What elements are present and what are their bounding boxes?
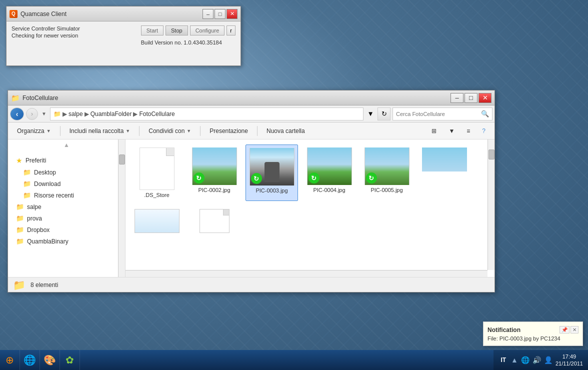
folder-icon: 📁 (23, 180, 31, 188)
search-icon[interactable]: 🔍 (481, 110, 489, 118)
quamcase-status-area: Service Controller Simulator Checking fo… (6, 22, 136, 66)
view-toggle-button[interactable]: ▼ (444, 126, 460, 136)
quamcase-close-button[interactable]: ✕ (226, 9, 238, 19)
taskbar-icon-3[interactable]: 🎨 (40, 350, 60, 370)
refresh-icon: ↻ (194, 172, 204, 184)
notification-title: Notification (488, 326, 520, 334)
forward-button[interactable]: › (26, 108, 38, 120)
system-clock[interactable]: 17:49 21/11/2011 (556, 353, 583, 368)
breadcrumb-quambla[interactable]: QuamblaFolder (90, 110, 132, 118)
explorer-window-controls: – □ ✕ (450, 93, 492, 103)
explorer-minimize-button[interactable]: – (450, 93, 464, 103)
refresh-button[interactable]: ↻ (378, 108, 390, 120)
list-item[interactable]: ↻ PIC-0003.jpg (246, 144, 298, 201)
notification-close-button[interactable]: ✕ (570, 326, 578, 334)
clock-date: 21/11/2011 (556, 360, 583, 367)
view-options-button[interactable]: ⊞ (426, 126, 442, 136)
stop-button[interactable]: Stop (166, 26, 188, 36)
start-button[interactable]: Start (141, 26, 164, 36)
quamcase-maximize-button[interactable]: □ (214, 9, 226, 19)
taskbar-icon-4[interactable]: ✿ (60, 350, 80, 370)
files-scrollbar-h[interactable] (126, 270, 488, 277)
breadcrumb-salpe[interactable]: salpe (68, 110, 83, 118)
sidebar-item-download[interactable]: 📁 Download (13, 178, 118, 190)
toolbar-sep-2 (139, 126, 140, 136)
notification-header: Notification 📌 ✕ (488, 326, 578, 334)
sidebar-label-dropbox: Dropbox (27, 226, 50, 234)
sidebar-item-dropbox[interactable]: 📁 Dropbox (13, 224, 118, 236)
sidebar-item-prova[interactable]: 📁 prova (13, 212, 118, 224)
file-thumb-pic0003: ↻ (250, 148, 294, 186)
network-icon[interactable]: 🌐 (521, 356, 530, 364)
clock-time: 17:49 (562, 353, 576, 360)
taskbar-system-tray: IT ▲ 🌐 🔊 👤 17:49 21/11/2011 (494, 350, 588, 370)
quamcase-status-line2: Checking for newer version (12, 32, 131, 38)
file-thumb-partial2 (134, 209, 180, 233)
list-item[interactable] (188, 206, 240, 236)
sidebar-inner: ★ Preferiti 📁 Desktop 📁 Download 📁 Risor… (8, 150, 118, 247)
file-label: PIC-0002.jpg (198, 187, 230, 193)
list-item[interactable]: ↻ PIC-0002.jpg (188, 144, 240, 201)
sidebar-label-desktop: Desktop (34, 169, 56, 176)
refresh-icon: ↻ (251, 173, 262, 184)
sidebar: ▲ ★ Preferiti 📁 Desktop 📁 Download 📁 Ris… (8, 140, 126, 277)
notification-controls: 📌 ✕ (560, 326, 578, 334)
files-scrollbar-v[interactable] (488, 140, 494, 270)
search-input[interactable] (396, 111, 481, 117)
nuova-cartella-button[interactable]: Nuova cartella (262, 126, 310, 136)
sidebar-item-quamblabinary[interactable]: 📁 QuamblaBinary (13, 236, 118, 247)
sidebar-scroll-thumb[interactable] (119, 154, 125, 164)
file-thumb-generic2 (200, 209, 230, 233)
r-button[interactable]: r (226, 26, 236, 36)
explorer-toolbar: Organizza ▼ Includi nella raccolta ▼ Con… (8, 122, 494, 140)
folder-icon: 📁 (16, 214, 24, 222)
includi-button[interactable]: Includi nella raccolta ▼ (64, 126, 136, 136)
sidebar-scroll-up[interactable]: ▲ (8, 140, 125, 150)
file-label: .DS_Store (144, 192, 170, 198)
nav-dropdown-button[interactable]: ▼ (40, 108, 48, 120)
breadcrumb-foto[interactable]: FotoCellulare (139, 110, 174, 118)
presentazione-button[interactable]: Presentazione (204, 126, 253, 136)
file-label: PIC-0005.jpg (370, 187, 402, 193)
list-item[interactable] (418, 144, 470, 174)
help-button[interactable]: ? (477, 126, 490, 136)
folder-icon: 📁 (16, 226, 24, 234)
list-item[interactable]: .DS_Store (130, 144, 183, 201)
explorer-close-button[interactable]: ✕ (478, 93, 492, 103)
configure-button[interactable]: Configure (190, 26, 225, 36)
sidebar-item-desktop[interactable]: 📁 Desktop (13, 166, 118, 178)
user-icon[interactable]: 👤 (544, 356, 552, 364)
explorer-maximize-button[interactable]: □ (464, 93, 478, 103)
status-bar: 📁 8 elementi (8, 277, 494, 292)
system-tray-expand-button[interactable]: ▲ (511, 356, 518, 364)
taskbar-icon-1[interactable]: ⊕ (0, 350, 20, 370)
quamcase-minimize-button[interactable]: – (202, 9, 214, 19)
file-thumb-pic0002: ↻ (192, 148, 237, 185)
back-button[interactable]: ‹ (10, 108, 24, 120)
list-item[interactable]: ↻ PIC-0005.jpg (360, 144, 413, 201)
explorer-window: 📁 FotoCellulare – □ ✕ ‹ › ▼ 📁 ▶ salpe ▶ … (8, 90, 495, 292)
address-bar: ‹ › ▼ 📁 ▶ salpe ▶ QuamblaFolder ▶ FotoCe… (8, 106, 494, 122)
taskbar-icon-2[interactable]: 🌐 (20, 350, 40, 370)
list-item[interactable]: ↻ PIC-0004.jpg (303, 144, 356, 201)
toolbar-sep-3 (200, 126, 200, 136)
explorer-titlebar: 📁 FotoCellulare – □ ✕ (8, 90, 494, 106)
breadcrumb-dropdown-button[interactable]: ▼ (366, 108, 376, 120)
volume-icon[interactable]: 🔊 (532, 356, 541, 364)
list-item[interactable] (130, 206, 183, 236)
condividi-button[interactable]: Condividi con ▼ (144, 126, 196, 136)
organizza-button[interactable]: Organizza ▼ (12, 126, 56, 136)
quamcase-app-icon: Q (10, 10, 18, 18)
details-button[interactable]: ≡ (462, 126, 475, 136)
sidebar-label-download: Download (34, 180, 60, 188)
sidebar-item-preferiti[interactable]: ★ Preferiti (13, 154, 118, 166)
sidebar-item-risorse[interactable]: 📁 Risorse recenti (13, 190, 118, 201)
quamcase-status-line1: Service Controller Simulator (12, 26, 131, 32)
sidebar-scrollbar[interactable] (118, 140, 125, 277)
refresh-icon: ↻ (308, 172, 320, 184)
files-scroll-thumb-v[interactable] (488, 150, 494, 160)
notification-pin-button[interactable]: 📌 (560, 326, 570, 334)
sidebar-item-salpe[interactable]: 📁 salpe (13, 201, 118, 212)
sidebar-label-quamblabinary: QuamblaBinary (27, 238, 68, 245)
breadcrumb-bar: 📁 ▶ salpe ▶ QuamblaFolder ▶ FotoCellular… (50, 108, 364, 120)
